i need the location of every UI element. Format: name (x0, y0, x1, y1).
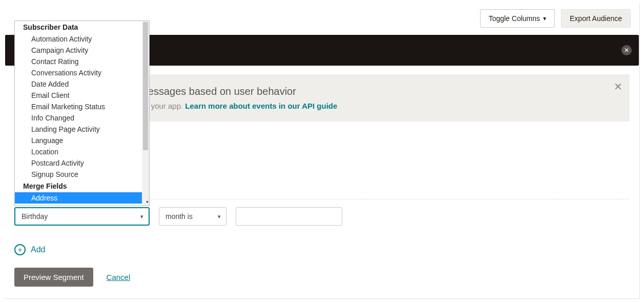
api-guide-link[interactable]: Learn more about events in our API guide (185, 102, 337, 110)
dropdown-item[interactable]: Address (15, 192, 142, 204)
preview-segment-label: Preview Segment (24, 273, 84, 281)
toggle-columns-label: Toggle Columns (489, 14, 540, 23)
add-label: Add (31, 245, 45, 254)
export-audience-label: Export Audience (570, 14, 622, 23)
dropdown-group-label: Merge Fields (15, 180, 142, 192)
field-select[interactable]: Birthday ▾ (14, 207, 150, 226)
toggle-columns-button[interactable]: Toggle Columns ▾ (480, 9, 555, 28)
dropdown-list[interactable]: Subscriber DataAutomation ActivityCampai… (15, 21, 142, 206)
operator-select[interactable]: month is ▾ (159, 207, 226, 226)
dropdown-group-label: Subscriber Data (15, 21, 142, 33)
top-actions: Toggle Columns ▾ Export Audience (480, 9, 631, 28)
dropdown-item[interactable]: Conversations Activity (15, 67, 142, 78)
dropdown-item[interactable]: Location (15, 146, 142, 157)
dropdown-item[interactable]: Landing Page Activity (15, 124, 142, 135)
dropdown-item[interactable]: Birthday (15, 204, 142, 206)
field-select-value: Birthday (22, 212, 48, 220)
export-audience-button[interactable]: Export Audience (561, 9, 631, 28)
dropdown-item[interactable]: Contact Rating (15, 56, 142, 67)
chevron-down-icon: ▾ (218, 213, 221, 220)
plus-circle-icon: + (14, 244, 26, 255)
cancel-link[interactable]: Cancel (107, 273, 131, 281)
dropdown-item[interactable]: Automation Activity (15, 33, 142, 45)
preview-segment-button[interactable]: Preview Segment (14, 268, 93, 287)
close-icon[interactable]: ✕ (614, 80, 622, 93)
chevron-down-icon: ▾ (140, 213, 143, 220)
dropdown-item[interactable]: Postcard Activity (15, 157, 142, 169)
scrollbar[interactable]: ▾ (142, 21, 149, 206)
dropdown-item[interactable]: Email Marketing Status (15, 101, 142, 112)
chevron-down-icon: ▾ (543, 15, 546, 22)
field-dropdown: Subscriber DataAutomation ActivityCampai… (14, 21, 150, 206)
close-icon[interactable]: ✕ (621, 45, 632, 55)
dropdown-item[interactable]: Campaign Activity (15, 45, 142, 56)
add-condition-button[interactable]: + Add (14, 244, 45, 255)
dropdown-item[interactable]: Info Changed (15, 112, 142, 124)
value-input[interactable] (236, 207, 342, 226)
dropdown-item[interactable]: Date Added (15, 78, 142, 90)
chevron-down-icon: ▾ (146, 199, 149, 205)
scrollbar-thumb[interactable] (143, 22, 148, 150)
condition-row: Birthday ▾ month is ▾ (14, 207, 342, 226)
operator-select-value: month is (165, 212, 193, 220)
footer-actions: Preview Segment Cancel (14, 268, 130, 287)
dropdown-item[interactable]: Signup Source (15, 169, 142, 180)
dropdown-item[interactable]: Email Client (15, 90, 142, 101)
dropdown-item[interactable]: Language (15, 135, 142, 146)
